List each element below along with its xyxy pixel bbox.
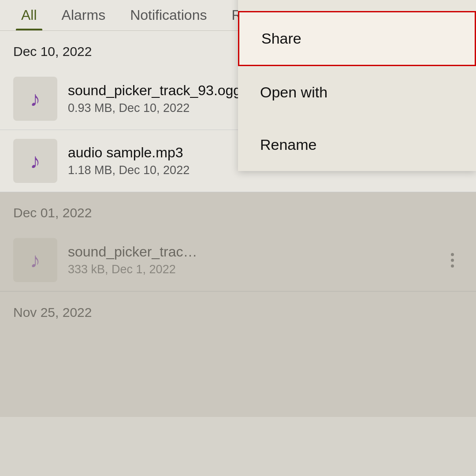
dot-icon bbox=[451, 264, 454, 268]
content-area: Dec 10, 2022 ♪ sound_picker_track_93.ogg… bbox=[0, 31, 476, 417]
tab-alarms[interactable]: Alarms bbox=[49, 0, 118, 30]
audio-name-3: sound_picker_trac… bbox=[68, 244, 442, 260]
music-note-icon-2: ♪ bbox=[30, 149, 41, 173]
music-note-icon-1: ♪ bbox=[30, 87, 41, 111]
tab-all[interactable]: All bbox=[9, 0, 49, 30]
tab-notifications[interactable]: Notifications bbox=[118, 0, 219, 30]
audio-meta-3: 333 kB, Dec 1, 2022 bbox=[68, 263, 442, 276]
audio-icon-box-3: ♪ bbox=[13, 238, 57, 282]
audio-info-3: sound_picker_trac… 333 kB, Dec 1, 2022 bbox=[68, 244, 442, 276]
more-button-3[interactable] bbox=[442, 249, 463, 271]
audio-item-3[interactable]: ♪ sound_picker_trac… 333 kB, Dec 1, 2022 bbox=[0, 229, 476, 291]
dot-icon bbox=[451, 259, 454, 262]
context-menu-select[interactable]: Select bbox=[238, 0, 476, 11]
context-menu-rename[interactable]: Rename bbox=[238, 119, 476, 171]
context-menu-share[interactable]: Share bbox=[238, 11, 476, 66]
date-header-3: Nov 25, 2022 bbox=[0, 291, 476, 329]
music-note-icon-3: ♪ bbox=[30, 248, 41, 272]
tab-all-label: All bbox=[21, 7, 37, 23]
tab-alarms-label: Alarms bbox=[62, 7, 106, 23]
audio-icon-box-2: ♪ bbox=[13, 139, 57, 183]
context-menu: Select Share Open with Rename bbox=[238, 0, 476, 171]
spacer bbox=[0, 329, 476, 417]
date-header-2: Dec 01, 2022 bbox=[0, 192, 476, 229]
context-menu-open-with[interactable]: Open with bbox=[238, 66, 476, 119]
audio-icon-box-1: ♪ bbox=[13, 77, 57, 121]
dot-icon bbox=[451, 253, 454, 256]
lower-content: Dec 01, 2022 ♪ sound_picker_trac… 333 kB… bbox=[0, 192, 476, 417]
tab-notifications-label: Notifications bbox=[130, 7, 207, 23]
